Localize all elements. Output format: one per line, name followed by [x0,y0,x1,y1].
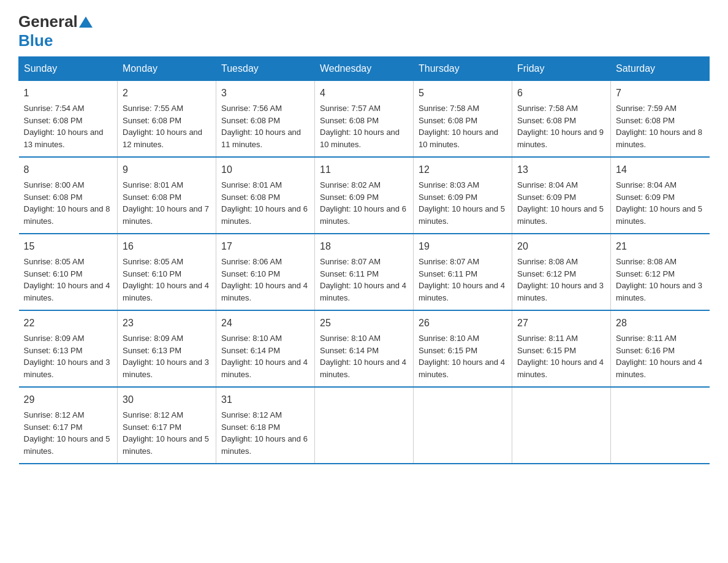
day-number: 3 [221,86,309,101]
sunset-text: Sunset: 6:12 PM [616,269,675,278]
calendar-cell: 17Sunrise: 8:06 AMSunset: 6:10 PMDayligh… [216,234,315,310]
sunset-text: Sunset: 6:11 PM [419,269,477,278]
day-number: 2 [123,86,211,101]
calendar-cell: 24Sunrise: 8:10 AMSunset: 6:14 PMDayligh… [216,310,315,387]
calendar-cell: 4Sunrise: 7:57 AMSunset: 6:08 PMDaylight… [315,81,414,158]
daylight-text: Daylight: 10 hours and 8 minutes. [616,128,702,149]
day-number: 25 [320,316,408,331]
calendar-cell: 29Sunrise: 8:12 AMSunset: 6:17 PMDayligh… [19,387,118,464]
daylight-text: Daylight: 10 hours and 13 minutes. [24,128,104,149]
calendar-cell [611,387,710,464]
calendar-cell [512,387,611,464]
calendar-cell: 15Sunrise: 8:05 AMSunset: 6:10 PMDayligh… [19,234,118,310]
calendar-cell: 23Sunrise: 8:09 AMSunset: 6:13 PMDayligh… [118,310,216,387]
calendar-cell: 19Sunrise: 8:07 AMSunset: 6:11 PMDayligh… [414,234,512,310]
day-number: 14 [616,163,705,177]
day-number: 18 [320,239,408,254]
sunrise-text: Sunrise: 8:02 AM [320,180,381,190]
daylight-text: Daylight: 10 hours and 6 minutes. [221,204,308,226]
day-number: 10 [221,163,309,177]
daylight-text: Daylight: 10 hours and 4 minutes. [320,358,406,379]
sunset-text: Sunset: 6:09 PM [320,193,379,202]
sunrise-text: Sunrise: 8:12 AM [123,410,183,419]
sunrise-text: Sunrise: 8:05 AM [24,257,85,266]
day-number: 12 [419,163,507,177]
sunset-text: Sunset: 6:08 PM [123,116,181,125]
calendar-cell: 2Sunrise: 7:55 AMSunset: 6:08 PMDaylight… [118,81,216,158]
sunset-text: Sunset: 6:17 PM [24,423,83,432]
calendar-cell: 26Sunrise: 8:10 AMSunset: 6:15 PMDayligh… [414,310,512,387]
sunrise-text: Sunrise: 8:09 AM [24,334,85,343]
calendar-cell: 31Sunrise: 8:12 AMSunset: 6:18 PMDayligh… [216,387,315,464]
col-header-saturday: Saturday [611,57,710,81]
calendar-week-row: 1Sunrise: 7:54 AMSunset: 6:08 PMDaylight… [19,81,710,158]
day-number: 23 [123,316,211,331]
sunrise-text: Sunrise: 8:05 AM [123,257,183,266]
calendar-cell: 27Sunrise: 8:11 AMSunset: 6:15 PMDayligh… [512,310,611,387]
calendar-cell: 9Sunrise: 8:01 AMSunset: 6:08 PMDaylight… [118,157,216,234]
daylight-text: Daylight: 10 hours and 11 minutes. [221,128,301,149]
day-number: 20 [517,239,605,254]
calendar-cell: 5Sunrise: 7:58 AMSunset: 6:08 PMDaylight… [414,81,512,158]
logo: General Blue [18,12,94,50]
day-number: 17 [221,239,309,254]
daylight-text: Daylight: 10 hours and 3 minutes. [517,281,604,302]
daylight-text: Daylight: 10 hours and 3 minutes. [616,281,702,302]
logo-blue-text: Blue [18,31,53,50]
daylight-text: Daylight: 10 hours and 4 minutes. [221,358,308,379]
sunset-text: Sunset: 6:08 PM [221,193,280,202]
daylight-text: Daylight: 10 hours and 5 minutes. [123,434,209,456]
col-header-wednesday: Wednesday [315,57,414,81]
sunset-text: Sunset: 6:10 PM [123,269,181,278]
daylight-text: Daylight: 10 hours and 5 minutes. [24,434,110,456]
calendar-cell: 11Sunrise: 8:02 AMSunset: 6:09 PMDayligh… [315,157,414,234]
sunset-text: Sunset: 6:08 PM [123,193,181,202]
sunrise-text: Sunrise: 7:59 AM [616,104,677,113]
day-number: 16 [123,239,211,254]
calendar-cell: 8Sunrise: 8:00 AMSunset: 6:08 PMDaylight… [19,157,118,234]
calendar-cell: 7Sunrise: 7:59 AMSunset: 6:08 PMDaylight… [611,81,710,158]
col-header-monday: Monday [118,57,216,81]
sunrise-text: Sunrise: 8:08 AM [517,257,578,266]
calendar-cell: 20Sunrise: 8:08 AMSunset: 6:12 PMDayligh… [512,234,611,310]
day-number: 4 [320,86,408,101]
col-header-tuesday: Tuesday [216,57,315,81]
daylight-text: Daylight: 10 hours and 7 minutes. [123,204,209,226]
sunset-text: Sunset: 6:09 PM [419,193,477,202]
sunset-text: Sunset: 6:14 PM [320,346,379,355]
logo-general-text: General [18,12,78,31]
svg-marker-0 [79,17,93,28]
calendar-cell: 1Sunrise: 7:54 AMSunset: 6:08 PMDaylight… [19,81,118,158]
calendar-week-row: 8Sunrise: 8:00 AMSunset: 6:08 PMDaylight… [19,157,710,234]
calendar-cell [315,387,414,464]
daylight-text: Daylight: 10 hours and 6 minutes. [221,434,308,456]
day-number: 6 [517,86,605,101]
daylight-text: Daylight: 10 hours and 4 minutes. [419,281,505,302]
calendar-cell: 14Sunrise: 8:04 AMSunset: 6:09 PMDayligh… [611,157,710,234]
sunset-text: Sunset: 6:08 PM [24,116,83,125]
calendar-header-row: SundayMondayTuesdayWednesdayThursdayFrid… [19,57,710,81]
day-number: 7 [616,86,705,101]
calendar-cell: 12Sunrise: 8:03 AMSunset: 6:09 PMDayligh… [414,157,512,234]
sunset-text: Sunset: 6:10 PM [24,269,83,278]
calendar-cell: 22Sunrise: 8:09 AMSunset: 6:13 PMDayligh… [19,310,118,387]
calendar-week-row: 22Sunrise: 8:09 AMSunset: 6:13 PMDayligh… [19,310,710,387]
day-number: 26 [419,316,507,331]
sunset-text: Sunset: 6:11 PM [320,269,379,278]
sunrise-text: Sunrise: 8:08 AM [616,257,677,266]
daylight-text: Daylight: 10 hours and 10 minutes. [320,128,400,149]
day-number: 5 [419,86,507,101]
col-header-sunday: Sunday [19,57,118,81]
sunset-text: Sunset: 6:12 PM [517,269,576,278]
day-number: 30 [123,393,211,407]
daylight-text: Daylight: 10 hours and 4 minutes. [320,281,406,302]
daylight-text: Daylight: 10 hours and 4 minutes. [123,281,209,302]
sunrise-text: Sunrise: 8:03 AM [419,180,479,190]
sunrise-text: Sunrise: 8:10 AM [221,334,282,343]
daylight-text: Daylight: 10 hours and 6 minutes. [320,204,406,226]
day-number: 9 [123,163,211,177]
sunrise-text: Sunrise: 8:07 AM [320,257,381,266]
sunrise-text: Sunrise: 8:11 AM [517,334,578,343]
sunrise-text: Sunrise: 8:09 AM [123,334,183,343]
day-number: 27 [517,316,605,331]
